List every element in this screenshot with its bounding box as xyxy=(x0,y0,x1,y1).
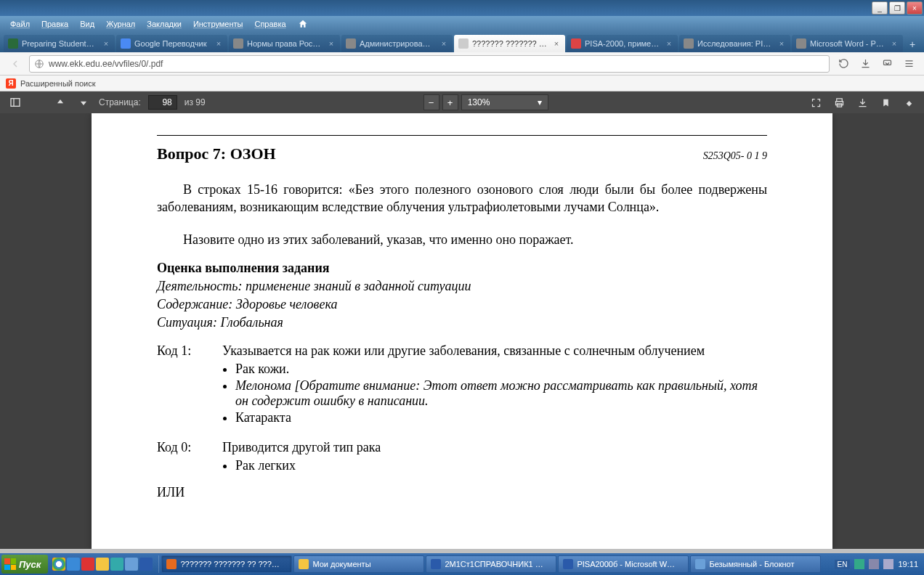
chevron-down-icon: ▾ xyxy=(538,97,542,107)
fullscreen-icon[interactable] xyxy=(808,94,824,110)
tab-label: Исследования: PISA… xyxy=(697,39,774,48)
menu-history[interactable]: Журнал xyxy=(100,18,141,30)
page-number-input[interactable] xyxy=(148,95,177,110)
paragraph-2: Назовите одно из этих заболеваний, указа… xyxy=(157,232,767,248)
tab-close-icon[interactable] xyxy=(102,39,110,48)
favicon-icon xyxy=(346,38,356,49)
document-code: S253Q05- 0 1 9 xyxy=(703,150,767,162)
tab-7[interactable]: Microsoft Word - P… xyxy=(792,35,903,52)
notepad-icon xyxy=(695,559,705,569)
ql-folder-icon[interactable] xyxy=(96,558,109,571)
favicon-icon xyxy=(233,38,243,49)
tab-label: Администрирова… xyxy=(360,39,437,48)
globe-icon xyxy=(34,59,44,69)
tab-close-icon[interactable] xyxy=(327,39,336,48)
zoom-out-button[interactable]: − xyxy=(423,94,439,110)
home-icon[interactable] xyxy=(296,17,309,30)
windows-taskbar: Пуск ??????? ??????? ?? ???… Мои докумен… xyxy=(0,553,924,575)
tab-label: Preparing Student… xyxy=(22,39,99,48)
favicon-icon xyxy=(458,38,469,49)
menu-file[interactable]: Файл xyxy=(4,18,36,30)
favicon-icon xyxy=(121,38,131,49)
taskbar-item-label: Мои документы xyxy=(312,560,370,568)
reload-button[interactable] xyxy=(834,54,853,73)
tab-close-icon[interactable] xyxy=(890,39,899,48)
address-bar[interactable]: www.ekk.edu.ee/vvfiles/0/.pdf xyxy=(29,55,830,73)
ql-media-icon[interactable] xyxy=(110,558,123,571)
taskbar-item-label: 2М1Ст1СПРАВОЧНИК1 … xyxy=(445,560,543,568)
menu-hamburger-icon[interactable] xyxy=(899,54,918,73)
tab-4-active[interactable]: ??????? ??????? ?? ????… xyxy=(454,35,565,52)
taskbar-item-4[interactable]: Безымянный - Блокнот xyxy=(690,555,821,573)
taskbar-item-3[interactable]: PISA2000б - Microsoft W… xyxy=(558,555,689,573)
tab-strip: Preparing Student… Google Переводчик Нор… xyxy=(0,32,924,52)
downloads-icon[interactable] xyxy=(856,54,875,73)
tab-close-icon[interactable] xyxy=(214,39,223,48)
favicon-icon xyxy=(684,38,694,49)
ql-desktop-icon[interactable] xyxy=(125,558,138,571)
zoom-in-button[interactable]: + xyxy=(442,94,458,110)
download-icon[interactable] xyxy=(854,94,870,110)
tools-icon[interactable] xyxy=(901,94,917,110)
back-button[interactable] xyxy=(6,54,25,73)
code1-bullet: Рак кожи. xyxy=(235,362,767,377)
pdf-viewport[interactable]: Вопрос 7: ОЗОН S253Q05- 0 1 9 В строках … xyxy=(0,113,924,549)
svg-rect-2 xyxy=(11,99,20,107)
minimize-button[interactable]: _ xyxy=(872,1,888,15)
close-button[interactable]: × xyxy=(907,1,923,15)
zoom-select[interactable]: 130% ▾ xyxy=(461,94,548,110)
secondary-toolbar: Я Расширенный поиск xyxy=(0,76,924,91)
menu-help[interactable]: Справка xyxy=(248,18,291,30)
pdf-page: Вопрос 7: ОЗОН S253Q05- 0 1 9 В строках … xyxy=(92,113,832,549)
extended-search-link[interactable]: Расширенный поиск xyxy=(20,79,96,88)
tab-6[interactable]: Исследования: PISA… xyxy=(679,35,790,52)
language-indicator[interactable]: EN xyxy=(835,560,851,569)
menu-edit[interactable]: Правка xyxy=(36,18,74,30)
menu-bookmarks[interactable]: Закладки xyxy=(141,18,187,30)
tab-close-icon[interactable] xyxy=(665,39,673,48)
print-icon[interactable] xyxy=(831,94,847,110)
code0-block: Код 0: Приводится другой тип рака Рак ле… xyxy=(157,440,767,475)
windows-flag-icon xyxy=(4,558,16,570)
start-button[interactable]: Пуск xyxy=(1,555,48,574)
tab-3[interactable]: Администрирова… xyxy=(341,35,453,52)
browser-navbar: www.ekk.edu.ee/vvfiles/0/.pdf xyxy=(0,52,924,76)
ql-word-icon[interactable] xyxy=(139,558,153,571)
tray-network-icon[interactable] xyxy=(883,559,893,569)
favicon-icon xyxy=(571,38,581,49)
ql-opera-icon[interactable] xyxy=(81,558,94,571)
browser-menubar: Файл Правка Вид Журнал Закладки Инструме… xyxy=(0,16,924,32)
ql-chrome-icon[interactable] xyxy=(52,558,65,571)
bookmark-icon[interactable] xyxy=(878,94,893,110)
yandex-icon[interactable]: Я xyxy=(6,78,16,89)
taskbar-item-1[interactable]: Мои документы xyxy=(293,555,424,573)
tab-1[interactable]: Google Переводчик xyxy=(116,35,227,52)
content-line: Содержание: Здоровье человека xyxy=(157,297,767,312)
tab-5[interactable]: PISA-2000, приме… xyxy=(567,35,678,52)
maximize-button[interactable]: ❐ xyxy=(889,1,905,15)
or-label: ИЛИ xyxy=(157,485,767,500)
taskbar-item-0[interactable]: ??????? ??????? ?? ???… xyxy=(161,555,292,573)
taskbar-item-2[interactable]: 2М1Ст1СПРАВОЧНИК1 … xyxy=(426,555,556,573)
sidebar-toggle-icon[interactable] xyxy=(7,94,23,110)
clock[interactable]: 19:11 xyxy=(898,560,918,568)
ql-ie-icon[interactable] xyxy=(67,558,80,571)
code0-label: Код 0: xyxy=(157,440,222,475)
tab-2[interactable]: Нормы права Рос… xyxy=(229,35,340,52)
quick-launch xyxy=(52,558,153,571)
menu-view[interactable]: Вид xyxy=(74,18,100,30)
taskbar-item-label: ??????? ??????? ?? ???… xyxy=(180,560,279,568)
menu-tools[interactable]: Инструменты xyxy=(187,18,249,30)
firefox-icon xyxy=(166,559,177,569)
tray-volume-icon[interactable] xyxy=(869,559,879,569)
pocket-icon[interactable] xyxy=(878,54,896,73)
tab-close-icon[interactable] xyxy=(439,39,448,48)
tab-close-icon[interactable] xyxy=(777,39,786,48)
new-tab-button[interactable]: + xyxy=(904,36,921,52)
tab-close-icon[interactable] xyxy=(552,39,561,48)
page-up-icon[interactable] xyxy=(52,94,68,110)
tab-0[interactable]: Preparing Student… xyxy=(4,35,115,52)
activity-line: Деятельность: применение знаний в заданн… xyxy=(157,279,767,294)
page-down-icon[interactable] xyxy=(76,94,92,110)
tray-shield-icon[interactable] xyxy=(854,559,864,569)
